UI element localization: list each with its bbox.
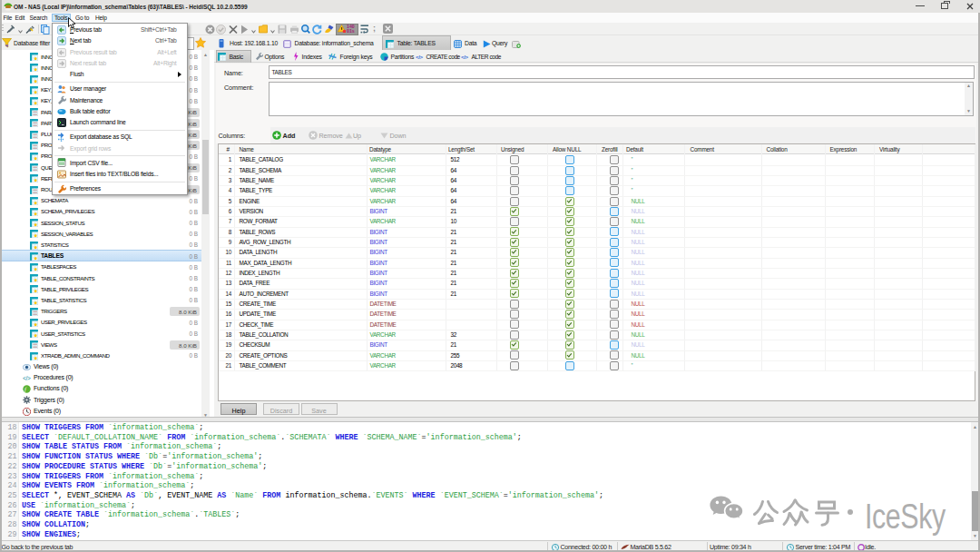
svg-text:</>: </> <box>23 375 31 381</box>
svg-text:</>: </> <box>416 54 424 60</box>
svg-text:</>: </> <box>461 54 469 60</box>
